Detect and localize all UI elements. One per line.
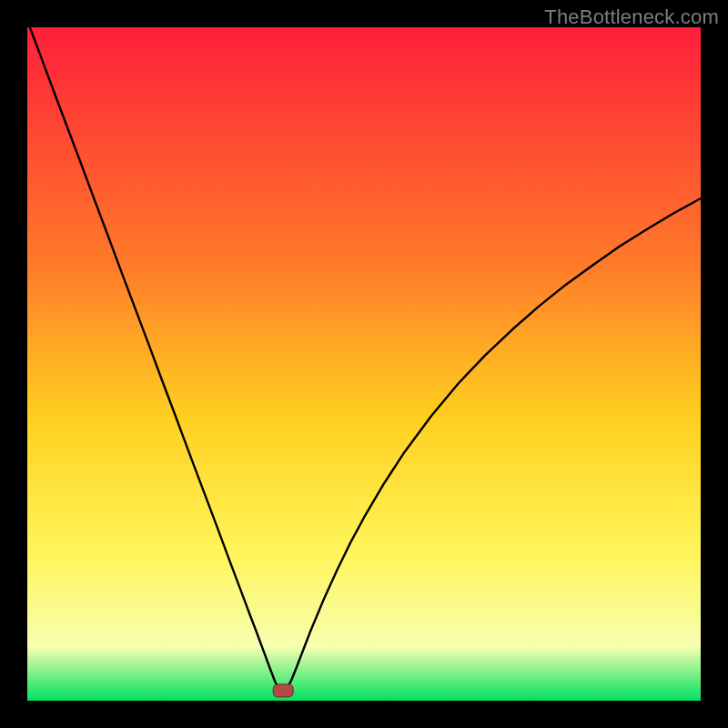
chart-frame: TheBottleneck.com [0,0,728,728]
gradient-background [27,27,701,701]
chart-svg [27,27,701,701]
plot-area [27,27,701,701]
optimum-marker [273,684,293,697]
watermark-text: TheBottleneck.com [544,5,719,29]
